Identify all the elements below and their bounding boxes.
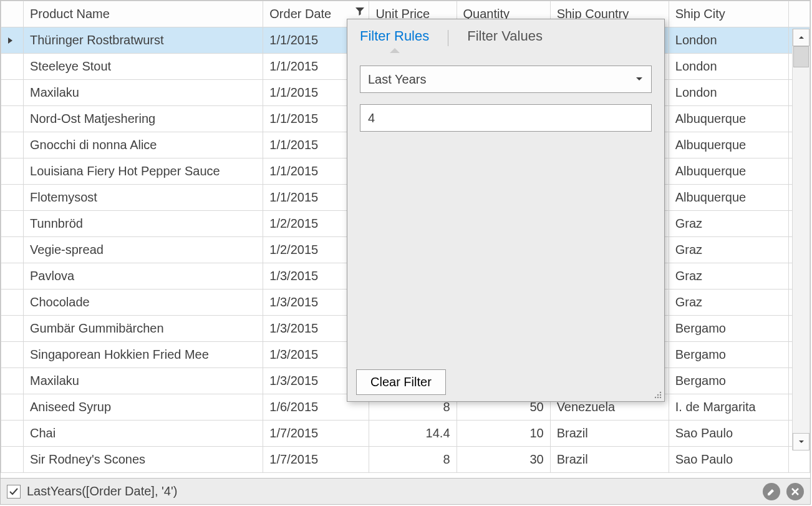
svg-point-0	[660, 397, 661, 398]
filter-rule-value-input[interactable]: 4	[360, 104, 652, 132]
scroll-up-button[interactable]	[793, 29, 810, 46]
edit-filter-button[interactable]	[763, 483, 780, 500]
cell-product[interactable]: Flotemysost	[24, 185, 263, 211]
tab-filter-values[interactable]: Filter Values	[467, 28, 543, 48]
filter-rule-type-combo[interactable]: Last Years	[360, 66, 652, 93]
row-indicator	[1, 106, 24, 132]
cell-country[interactable]: Brazil	[550, 421, 669, 447]
svg-point-5	[660, 392, 661, 393]
header-spacer	[788, 1, 810, 27]
filter-popup-tabs: Filter Rules Filter Values	[347, 19, 664, 51]
cell-city[interactable]: Graz	[669, 211, 788, 237]
row-indicator	[1, 132, 24, 158]
scroll-thumb[interactable]	[793, 46, 809, 67]
resize-grip-icon[interactable]	[652, 389, 662, 399]
cell-city[interactable]: Bergamo	[669, 368, 788, 394]
header-product[interactable]: Product Name	[24, 1, 263, 27]
cell-product[interactable]: Maxilaku	[24, 80, 263, 106]
header-product-label: Product Name	[30, 7, 110, 21]
filter-popup: Filter Rules Filter Values Last Years 4 …	[347, 19, 665, 402]
cell-product[interactable]: Louisiana Fiery Hot Pepper Sauce	[24, 158, 263, 185]
header-indicator	[1, 1, 24, 27]
scroll-track[interactable]	[793, 46, 810, 433]
cell-price[interactable]: 14.4	[369, 421, 457, 447]
cell-product[interactable]: Gnocchi di nonna Alice	[24, 132, 263, 158]
scroll-down-button[interactable]	[793, 433, 810, 450]
cell-product[interactable]: Thüringer Rostbratwurst	[24, 27, 263, 54]
row-indicator	[1, 185, 24, 211]
filter-rule-value-text: 4	[368, 111, 375, 125]
row-indicator	[1, 27, 24, 54]
cell-city[interactable]: Albuquerque	[669, 132, 788, 158]
row-indicator	[1, 447, 24, 473]
filter-panel: LastYears([Order Date], '4')	[1, 478, 810, 504]
cell-city[interactable]: London	[669, 80, 788, 106]
cell-city[interactable]: Sao Paulo	[669, 447, 788, 473]
header-order-date-label: Order Date	[269, 7, 331, 21]
cell-city[interactable]: London	[669, 27, 788, 54]
cell-product[interactable]: Singaporean Hokkien Fried Mee	[24, 342, 263, 368]
cell-qty[interactable]: 10	[457, 421, 550, 447]
filter-icon[interactable]	[355, 5, 365, 19]
filter-popup-body: Last Years 4	[347, 51, 664, 363]
cell-product[interactable]: Aniseed Syrup	[24, 394, 263, 421]
cell-product[interactable]: Sir Rodney's Scones	[24, 447, 263, 473]
cell-product[interactable]: Chocolade	[24, 289, 263, 316]
svg-point-2	[660, 394, 661, 396]
chevron-down-icon	[635, 72, 644, 87]
cell-product[interactable]: Maxilaku	[24, 368, 263, 394]
cell-city[interactable]: Bergamo	[669, 316, 788, 342]
svg-point-1	[657, 397, 659, 398]
cell-city[interactable]: Albuquerque	[669, 158, 788, 185]
row-indicator	[1, 263, 24, 289]
cell-country[interactable]: Brazil	[550, 447, 669, 473]
row-indicator	[1, 316, 24, 342]
cell-product[interactable]: Pavlova	[24, 263, 263, 289]
row-indicator	[1, 368, 24, 394]
cell-date[interactable]: 1/7/2015	[263, 421, 369, 447]
cell-product[interactable]: Tunnbröd	[24, 211, 263, 237]
filter-popup-footer: Clear Filter	[347, 363, 664, 401]
filter-enabled-checkbox[interactable]	[7, 485, 21, 499]
row-indicator	[1, 394, 24, 421]
cell-city[interactable]: London	[669, 54, 788, 80]
header-ship-city[interactable]: Ship City	[669, 1, 788, 27]
cell-city[interactable]: Albuquerque	[669, 106, 788, 132]
table-row[interactable]: Chai1/7/201514.410BrazilSao Paulo	[1, 421, 810, 447]
row-indicator	[1, 211, 24, 237]
cell-city[interactable]: Graz	[669, 263, 788, 289]
row-indicator	[1, 237, 24, 263]
cell-qty[interactable]: 30	[457, 447, 550, 473]
header-ship-city-label: Ship City	[675, 7, 725, 21]
clear-filter-popup-button[interactable]: Clear Filter	[356, 369, 446, 395]
cell-city[interactable]: Albuquerque	[669, 185, 788, 211]
cell-city[interactable]: Graz	[669, 237, 788, 263]
cell-product[interactable]: Vegie-spread	[24, 237, 263, 263]
row-indicator	[1, 158, 24, 185]
cell-city[interactable]: Graz	[669, 289, 788, 316]
svg-point-4	[657, 394, 659, 396]
cell-date[interactable]: 1/7/2015	[263, 447, 369, 473]
cell-price[interactable]: 8	[369, 447, 457, 473]
vertical-scrollbar[interactable]	[792, 29, 810, 450]
cell-product[interactable]: Nord-Ost Matjeshering	[24, 106, 263, 132]
cell-product[interactable]: Gumbär Gummibärchen	[24, 316, 263, 342]
row-indicator	[1, 421, 24, 447]
cell-product[interactable]: Steeleye Stout	[24, 54, 263, 80]
cell-city[interactable]: Sao Paulo	[669, 421, 788, 447]
table-row[interactable]: Sir Rodney's Scones1/7/2015830BrazilSao …	[1, 447, 810, 473]
cell-product[interactable]: Chai	[24, 421, 263, 447]
cell-city[interactable]: I. de Margarita	[669, 394, 788, 421]
row-indicator	[1, 54, 24, 80]
row-indicator	[1, 80, 24, 106]
cell-city[interactable]: Bergamo	[669, 342, 788, 368]
clear-filter-button[interactable]	[786, 483, 804, 500]
tab-separator	[448, 30, 448, 46]
row-indicator	[1, 289, 24, 316]
filter-expression-text: LastYears([Order Date], '4')	[27, 484, 177, 499]
svg-point-3	[655, 397, 656, 398]
row-indicator	[1, 342, 24, 368]
tab-filter-rules[interactable]: Filter Rules	[360, 28, 429, 48]
filter-rule-type-value: Last Years	[368, 72, 426, 87]
